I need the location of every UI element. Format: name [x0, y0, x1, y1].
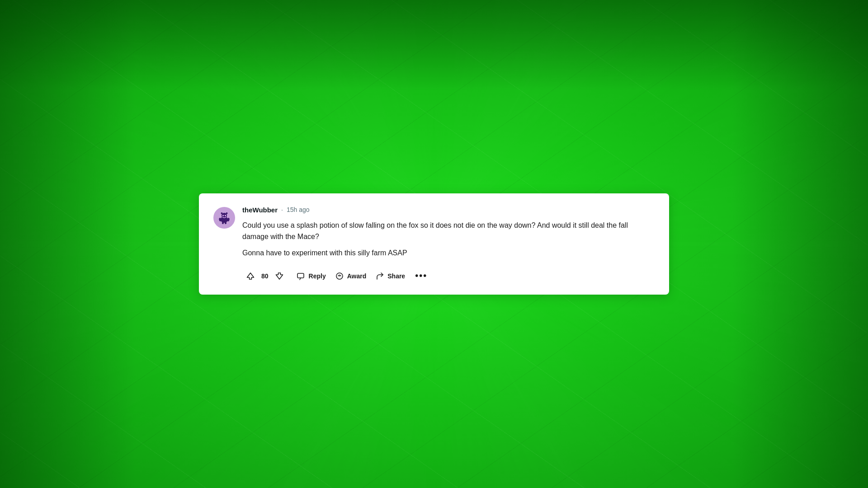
- share-label: Share: [387, 272, 405, 280]
- separator: ·: [281, 206, 283, 213]
- vote-section: 80: [242, 269, 288, 283]
- comment-paragraph-2: Gonna have to experiment with this silly…: [242, 248, 655, 259]
- reply-label: Reply: [309, 272, 326, 280]
- comment-text: Could you use a splash potion of slow fa…: [242, 220, 655, 259]
- svg-point-5: [222, 215, 224, 216]
- share-button[interactable]: Share: [372, 269, 409, 283]
- downvote-button[interactable]: [271, 269, 288, 283]
- share-icon: [375, 272, 384, 281]
- more-button[interactable]: •••: [410, 268, 432, 284]
- reply-icon: [297, 272, 306, 281]
- comment-paragraph-1: Could you use a splash potion of slow fa…: [242, 220, 655, 243]
- award-button[interactable]: Award: [331, 269, 370, 283]
- svg-point-6: [225, 215, 226, 216]
- svg-rect-8: [225, 222, 226, 224]
- downvote-icon: [275, 272, 284, 281]
- more-icon: •••: [415, 271, 427, 281]
- reply-button[interactable]: Reply: [293, 269, 330, 283]
- svg-point-4: [226, 212, 228, 214]
- svg-rect-7: [222, 222, 224, 224]
- svg-point-3: [221, 212, 223, 214]
- svg-point-13: [339, 276, 340, 277]
- upvote-button[interactable]: [242, 269, 259, 283]
- timestamp: 15h ago: [287, 206, 310, 213]
- award-label: Award: [347, 272, 367, 280]
- avatar: [213, 207, 235, 229]
- username: theWubber: [242, 206, 278, 214]
- avatar-icon: [216, 210, 232, 226]
- vote-count: 80: [261, 272, 269, 280]
- comment-header: theWubber · 15h ago: [242, 206, 655, 214]
- comment-card: theWubber · 15h ago Could you use a spla…: [199, 193, 669, 295]
- page-center: theWubber · 15h ago Could you use a spla…: [0, 0, 868, 488]
- svg-rect-11: [297, 273, 304, 278]
- action-bar: 80 Reply: [242, 268, 655, 284]
- comment-body: theWubber · 15h ago Could you use a spla…: [242, 206, 655, 284]
- upvote-icon: [246, 272, 255, 281]
- award-icon: [335, 272, 344, 281]
